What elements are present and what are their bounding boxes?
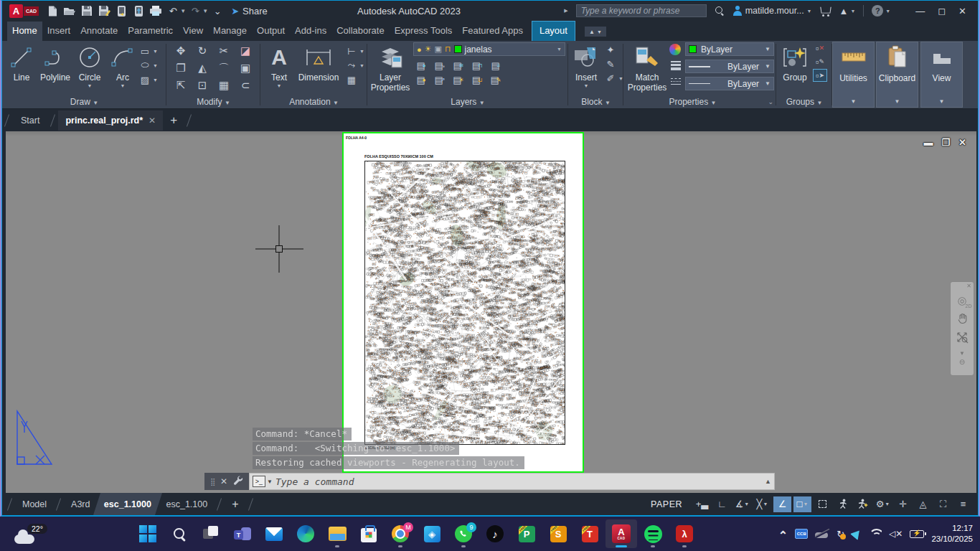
- slides-icon[interactable]: SFREE: [542, 519, 574, 548]
- save-button[interactable]: [79, 4, 95, 18]
- share-button[interactable]: ➤Share: [231, 6, 268, 17]
- insert-button[interactable]: Insert ▼: [570, 42, 603, 88]
- copy-icon[interactable]: ❐: [172, 61, 189, 75]
- task-view[interactable]: [195, 519, 227, 548]
- open-file-button[interactable]: [62, 4, 77, 18]
- navbar-collapse-icon[interactable]: ⊖: [959, 358, 965, 366]
- block-attributes-icon[interactable]: ✐: [604, 72, 617, 84]
- leader-icon[interactable]: ⤳: [345, 60, 358, 71]
- ribbon-tab-home[interactable]: Home: [7, 22, 42, 41]
- offset-icon[interactable]: ⊂: [237, 78, 254, 93]
- group-edit-icon[interactable]: ▫✎: [814, 56, 826, 67]
- save-mobile-button[interactable]: [113, 4, 129, 18]
- panel-label-draw[interactable]: Draw ▼: [2, 97, 166, 107]
- file-tab-close-icon[interactable]: ✕: [149, 116, 156, 126]
- panel-label-properties[interactable]: Properties ▼: [623, 97, 776, 107]
- wifi-icon[interactable]: [869, 529, 882, 539]
- ribbon-tab-collaborate[interactable]: Collaborate: [331, 22, 390, 41]
- search-icon[interactable]: [715, 6, 725, 16]
- linear-dim-icon[interactable]: ⊢: [345, 45, 358, 57]
- file-explorer-icon[interactable]: [321, 519, 353, 548]
- autoscale-icon[interactable]: [854, 496, 872, 512]
- move-icon[interactable]: ✥: [172, 44, 189, 58]
- search-expand-icon[interactable]: ▶: [564, 8, 567, 14]
- linetype-dropdown[interactable]: ByLayer ▼: [685, 77, 774, 90]
- layout-tab-esc_1-100[interactable]: esc_1.100: [159, 493, 215, 515]
- layer-dropdown[interactable]: ● ☀ ▣ ⊓ janelas ▼: [413, 42, 565, 56]
- ribbon-tab-layout[interactable]: Layout: [532, 22, 575, 41]
- annotation-monitor-icon[interactable]: ◬: [914, 496, 932, 512]
- taskbar-search[interactable]: [164, 519, 195, 548]
- start-button[interactable]: [132, 519, 164, 548]
- steering-wheel-icon[interactable]: ◎2D: [957, 294, 966, 307]
- search-input[interactable]: Type a keyword or phrase: [576, 4, 707, 17]
- explode-icon[interactable]: ▣: [237, 61, 254, 75]
- trim-icon[interactable]: ✂: [215, 44, 232, 58]
- workspace-icon[interactable]: ✛: [894, 496, 912, 512]
- ribbon-tab-add-ins[interactable]: Add-ins: [290, 22, 331, 41]
- erase-icon[interactable]: ◪: [237, 44, 254, 58]
- create-block-icon[interactable]: ✦: [604, 44, 617, 55]
- mail-icon[interactable]: [258, 519, 290, 548]
- taskbar-clock[interactable]: 12:17 23/10/2025: [931, 523, 973, 545]
- object-snap-tracking-icon[interactable]: ∠: [773, 496, 791, 512]
- layer-on2-icon[interactable]: ▤●: [415, 74, 428, 85]
- ribbon-tab-manage[interactable]: Manage: [208, 22, 252, 41]
- object-color-dropdown[interactable]: ByLayer ▼: [685, 42, 774, 56]
- sheets-icon[interactable]: PFREE: [511, 519, 542, 548]
- battery-icon[interactable]: [910, 530, 924, 538]
- undo-button[interactable]: ↶: [165, 4, 181, 18]
- command-expand-icon[interactable]: ▲: [765, 478, 771, 485]
- ellipse-tool-icon[interactable]: ⬭: [138, 60, 151, 71]
- docs-icon[interactable]: TFREE: [574, 519, 606, 548]
- group-selection-icon[interactable]: ▫➤: [814, 70, 826, 81]
- command-wrench-icon[interactable]: [233, 475, 243, 488]
- table-icon[interactable]: ▦: [345, 74, 358, 85]
- isolate-objects-icon[interactable]: ⛶: [934, 496, 952, 512]
- layer-lock-icon[interactable]: ▤⊓: [471, 60, 484, 71]
- minimize-button[interactable]: —: [915, 6, 925, 17]
- isometric-drafting-icon[interactable]: ╳▼: [753, 496, 771, 512]
- object-snap-icon[interactable]: □▼: [793, 496, 811, 512]
- drawing-area[interactable]: ▬ ❐ ✕ FOLHA A4-0 FOLHA ESQUISSO 70X90CM …: [2, 131, 978, 493]
- new-file-button[interactable]: [44, 4, 60, 18]
- layer-unisolate-icon[interactable]: ▤↗: [433, 74, 446, 85]
- text-button[interactable]: A Text ▼: [265, 42, 293, 88]
- microsoft-store-icon[interactable]: [353, 519, 385, 548]
- new-drawing-button[interactable]: +: [163, 113, 184, 128]
- tray-ccb-icon[interactable]: CCB: [795, 529, 808, 539]
- panel-label-layers[interactable]: Layers ▼: [367, 97, 568, 107]
- print-button[interactable]: [148, 4, 164, 18]
- layer-off-icon[interactable]: ▤●: [415, 60, 428, 71]
- close-button[interactable]: ✕: [958, 6, 966, 17]
- command-close-icon[interactable]: ✕: [220, 476, 227, 486]
- new-layout-button[interactable]: +: [225, 498, 245, 511]
- autocad-logo-icon[interactable]: ACAD: [9, 4, 39, 18]
- fillet-icon[interactable]: ⌒: [215, 61, 232, 75]
- ribbon-tab-express-tools[interactable]: Express Tools: [390, 22, 458, 41]
- volume-muted-icon[interactable]: ◁✕: [889, 529, 903, 539]
- panel-utilities[interactable]: Utilities ▼: [832, 42, 875, 108]
- tray-chevron-icon[interactable]: ⌃: [778, 529, 788, 542]
- zoom-extents-icon[interactable]: [956, 331, 969, 346]
- layer-thaw2-icon[interactable]: ▤☀: [452, 74, 465, 85]
- edit-block-icon[interactable]: ✎: [604, 58, 617, 70]
- sync-icon[interactable]: ↻: [837, 529, 844, 540]
- pan-hand-icon[interactable]: [956, 312, 969, 326]
- panel-clipboard[interactable]: Clipboard ▼: [876, 42, 918, 108]
- panel-label-modify[interactable]: Modify ▼: [166, 97, 260, 107]
- rectangle-tool-icon[interactable]: ▭: [138, 45, 151, 57]
- ribbon-tab-view[interactable]: View: [178, 22, 208, 41]
- save-as-button[interactable]: [96, 4, 112, 18]
- ribbon-tab-featured-apps[interactable]: Featured Apps: [457, 22, 528, 41]
- annotation-visibility-icon[interactable]: [834, 496, 852, 512]
- scale-icon[interactable]: ⊡: [194, 78, 211, 93]
- arc-button[interactable]: Arc ▼: [108, 42, 137, 88]
- command-input[interactable]: >_ ▼ Type a command ▲: [249, 473, 775, 490]
- layer-isolate-icon[interactable]: ▤↘: [433, 60, 446, 71]
- photos-icon[interactable]: ◈: [416, 519, 448, 548]
- stretch-icon[interactable]: ⇱: [172, 78, 189, 93]
- panel-view[interactable]: View ▼: [920, 42, 963, 108]
- line-button[interactable]: Line: [6, 42, 37, 83]
- layer-match-icon[interactable]: ▤≡: [489, 60, 502, 71]
